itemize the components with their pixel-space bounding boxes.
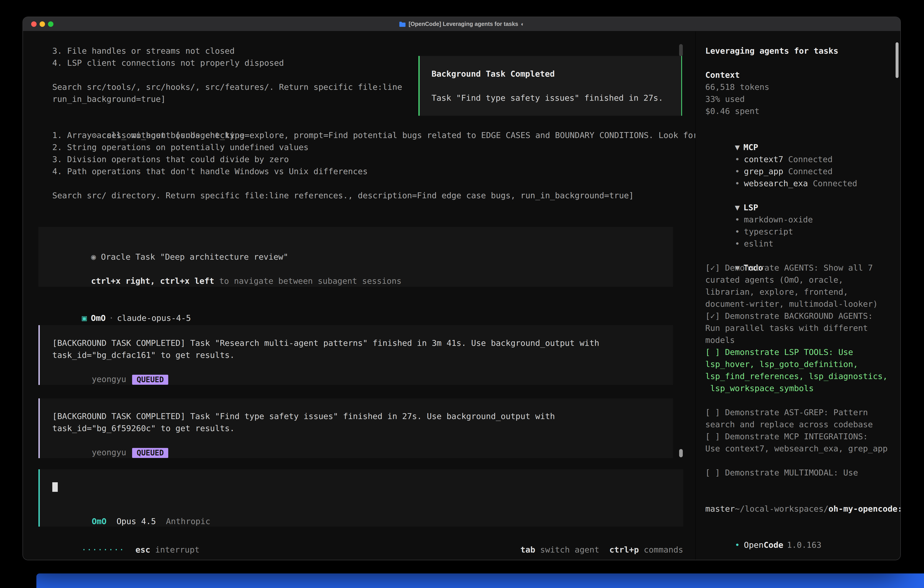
fisheye-icon: ◉	[91, 252, 96, 261]
spinner-dots-icon: ········	[81, 545, 124, 554]
terminal-line: 3. Division operations that could divide…	[52, 153, 695, 165]
provider-label: Anthropic	[166, 517, 210, 526]
mcp-name: grep_app	[744, 167, 783, 176]
oracle-task-title: ◉Oracle Task "Deep architecture review"	[52, 239, 660, 251]
queued-status-badge: QUEUED	[132, 375, 168, 385]
message-line: [BACKGROUND TASK COMPLETED] Task "Resear…	[52, 337, 660, 349]
bullet-icon: •	[735, 239, 740, 248]
bullet-icon: •	[735, 215, 740, 224]
mcp-status: Connected	[788, 167, 833, 176]
app-version: 1.0.163	[787, 540, 822, 550]
background-task-message: [BACKGROUND TASK COMPLETED] Task "Find t…	[38, 398, 673, 458]
message-line: task_id="bg_dcfac161" to get results.	[52, 349, 660, 361]
hint-keys: ctrl+x right, ctrl+x left	[91, 276, 214, 286]
toast-notification: Background Task Completed Task "Find typ…	[418, 56, 682, 116]
workspace-path: ~/local-workspaces/oh-my-opencode:	[705, 491, 896, 503]
todo-line-active: lsp_hover, lsp_goto_definition,	[705, 358, 896, 370]
toast-body: Task "Find type safety issues" finished …	[432, 92, 670, 104]
status-left: ········esc interrupt	[42, 532, 200, 543]
bullet-icon: •	[735, 179, 740, 188]
esc-key-label: interrupt	[155, 545, 200, 554]
todo-line-done: librarian, explore, frontend,	[705, 286, 896, 298]
message-line: [BACKGROUND TASK COMPLETED] Task "Find t…	[52, 410, 660, 422]
sidebar-scrollbar-thumb[interactable]	[896, 42, 899, 78]
message-author: yeongyu	[92, 448, 126, 457]
todo-line-active: [ ] Demonstrate LSP TOOLS: Use	[705, 346, 896, 358]
todo-line-active: lsp_find_references, lsp_diagnostics,	[705, 370, 896, 382]
oracle-navigation-hint: ctrl+x right, ctrl+x left to navigate be…	[52, 263, 660, 275]
oracle-task-panel: ◉Oracle Task "Deep architecture review" …	[38, 227, 673, 287]
bullet-icon: •	[735, 155, 740, 164]
mcp-name: context7	[744, 155, 783, 164]
todo-line-done: [✓] Demonstrate AGENTS: Show all 7	[705, 262, 896, 274]
esc-key-hint: esc	[135, 545, 150, 554]
tab-key-hint: tab	[520, 545, 535, 554]
hint-text: to navigate between subagent sessions	[214, 276, 401, 286]
window-title-text: [OpenCode] Leveraging agents for tasks	[409, 21, 518, 27]
app-name: Open	[744, 540, 764, 550]
terminal-main: 3. File handles or streams not closed 4.…	[23, 31, 695, 560]
active-model-label: Opus 4.5	[116, 517, 156, 526]
mcp-status: Connected	[813, 179, 857, 188]
folder-icon	[399, 21, 406, 27]
session-title: Leveraging agents for tasks	[705, 45, 896, 57]
mcp-status: Connected	[788, 155, 833, 164]
bullet-icon: •	[735, 167, 740, 176]
todo-line-pending: search and replace across codebase	[705, 418, 896, 430]
app-name-bold: Code	[764, 540, 783, 550]
sidebar: Leveraging agents for tasks Context 66,5…	[695, 31, 900, 560]
workspace-name: oh-my-opencode:	[828, 504, 901, 514]
text-cursor	[52, 482, 58, 492]
todo-line-done: Run parallel tasks with different	[705, 322, 896, 334]
agent-model: claude-opus-4-5	[117, 313, 191, 323]
terminal-window: [OpenCode] Leveraging agents for tasks ◐…	[23, 17, 901, 560]
mcp-name: websearch_exa	[744, 179, 808, 188]
window-title: [OpenCode] Leveraging agents for tasks ◐	[23, 21, 900, 27]
terminal-line: 4. Path operations that don't handle Win…	[52, 165, 695, 177]
queued-status-badge: QUEUED	[132, 448, 168, 458]
background-task-message: [BACKGROUND TASK COMPLETED] Task "Resear…	[38, 325, 673, 385]
context-used: 33% used	[705, 93, 896, 105]
bullet-icon: •	[735, 227, 740, 236]
todo-line-done: document-writer, multimodal-looker)	[705, 298, 896, 310]
lsp-name: eslint	[744, 239, 774, 248]
separator-dot: ·	[109, 313, 114, 323]
active-agent-label: OmO	[92, 517, 106, 526]
chevron-down-icon: ▼	[735, 142, 740, 152]
ctrlp-key-hint: ctrl+p	[609, 545, 639, 554]
ctrlp-key-label: commands	[644, 545, 683, 554]
window-titlebar[interactable]: [OpenCode] Leveraging agents for tasks ◐	[23, 17, 900, 31]
main-scrollbar-thumb[interactable]	[679, 449, 683, 457]
prompt-input[interactable]: OmOOpus 4.5Anthropic	[38, 469, 683, 527]
mcp-header-label: MCP	[744, 142, 758, 152]
chevron-down-icon: ▼	[735, 203, 740, 212]
todo-section-header[interactable]: ▼Todo	[705, 249, 896, 262]
status-bar: ········esc interrupt tab switch agentct…	[23, 532, 695, 543]
lsp-section-header[interactable]: ▼LSP	[705, 189, 896, 202]
model-selector-row[interactable]: OmOOpus 4.5Anthropic	[52, 503, 670, 515]
todo-line-pending: [ ] Demonstrate AST-GREP: Pattern	[705, 406, 896, 418]
context-header: Context	[705, 69, 896, 81]
terminal-line: 3. File handles or streams not closed	[52, 45, 695, 57]
status-right: tab switch agentctrl+p commands	[481, 532, 683, 543]
todo-line-active: lsp_workspace_symbols	[705, 382, 896, 394]
context-tokens: 66,518 tokens	[705, 81, 896, 93]
agent-square-icon: ▣	[82, 313, 87, 323]
main-scrollbar-thumb-top[interactable]	[679, 44, 683, 56]
message-line: task_id="bg_6f59260c" to get results.	[52, 422, 660, 434]
todo-line-done: [✓] Demonstrate BACKGROUND AGENTS:	[705, 310, 896, 322]
terminal-line: 2. String operations on potentially unde…	[52, 141, 695, 153]
todo-line-pending: [ ] Demonstrate MULTIMODAL: Use	[705, 467, 896, 479]
half-moon-icon: ◐	[521, 21, 524, 27]
todo-line-pending: Use context7, websearch_exa, grep_app	[705, 443, 896, 454]
workspace-path-prefix: ~/local-workspaces/	[735, 504, 828, 514]
lsp-name: markdown-oxide	[744, 215, 813, 224]
bullet-icon: •	[735, 540, 740, 550]
context-spent: $0.46 spent	[705, 105, 896, 117]
todo-line-done: curated agents (OmO, oracle,	[705, 274, 896, 286]
lsp-name: typescript	[744, 227, 793, 236]
input-cursor-line[interactable]	[52, 481, 670, 493]
lsp-header-label: LSP	[744, 203, 758, 212]
message-author: yeongyu	[92, 375, 126, 384]
mcp-section-header[interactable]: ▼MCP	[705, 129, 896, 141]
